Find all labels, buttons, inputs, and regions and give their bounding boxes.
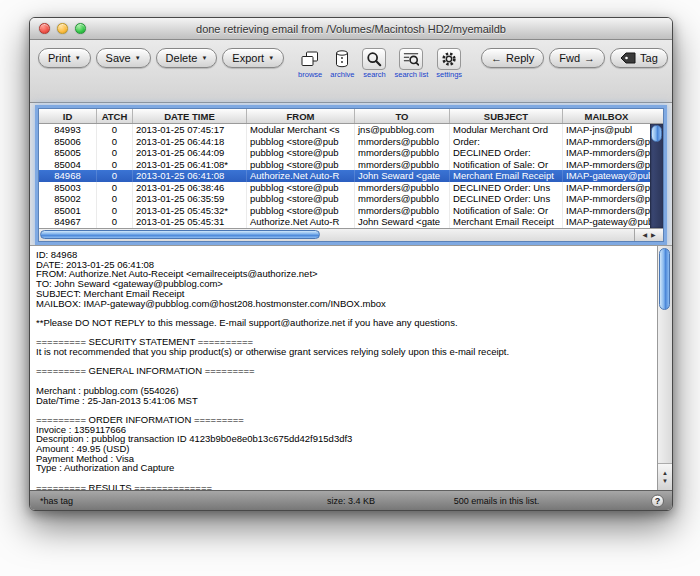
- save-button[interactable]: Save ▼: [96, 48, 151, 68]
- table-row-85001[interactable]: 8500102013-01-25 05:45:32*pubblog <store…: [39, 205, 650, 217]
- window-controls: [39, 23, 86, 34]
- table-horizontal-scrollbar[interactable]: [39, 228, 663, 241]
- scroll-down-arrow[interactable]: [662, 478, 668, 484]
- table-row-85004[interactable]: 8500402013-01-25 06:41:08*pubblog <store…: [39, 159, 650, 171]
- close-button[interactable]: [39, 23, 50, 34]
- reply-arrow-icon: ←: [491, 52, 502, 64]
- dropdown-arrow-icon: ▼: [75, 55, 81, 61]
- export-button[interactable]: Export ▼: [222, 48, 284, 68]
- message-scrollbar-thumb[interactable]: [659, 248, 670, 310]
- cell: 0: [97, 136, 133, 148]
- message-content[interactable]: ID: 84968 DATE: 2013-01-25 06:41:08 FROM…: [30, 246, 658, 490]
- cell: 0: [97, 170, 133, 182]
- table-rows: 8499302013-01-25 07:45:17Modular Merchan…: [39, 124, 650, 228]
- message-scrollbar[interactable]: [657, 246, 672, 490]
- delete-button[interactable]: Delete ▼: [156, 48, 218, 68]
- cell: 0: [97, 216, 133, 228]
- browse-button[interactable]: [298, 48, 322, 70]
- tag-button[interactable]: Tag: [610, 48, 668, 68]
- scroll-right-arrow[interactable]: [651, 232, 656, 238]
- cell: DECLINED Order: Uns: [450, 182, 563, 194]
- cell: IMAP-mmorders@publ: [563, 136, 650, 148]
- search-list-icon: [403, 51, 419, 67]
- cell: Modular Merchant <s: [247, 124, 355, 136]
- cell: John Seward <gate: [355, 170, 450, 182]
- forward-label: Fwd: [559, 52, 580, 64]
- cell: 85006: [39, 136, 97, 148]
- reply-label: Reply: [506, 52, 534, 64]
- column-header-atch[interactable]: ATCH: [97, 109, 133, 123]
- cell: 84968: [39, 170, 97, 182]
- print-label: Print: [48, 52, 71, 64]
- cell: 85001: [39, 205, 97, 217]
- search-icon: [366, 51, 382, 67]
- reply-button[interactable]: ← Reply: [481, 48, 544, 68]
- dropdown-arrow-icon: ▼: [268, 55, 274, 61]
- cell: 84967: [39, 216, 97, 228]
- cell: mmorders@pubblo: [355, 159, 450, 171]
- table-scrollbar-thumb[interactable]: [651, 125, 662, 142]
- cell: 0: [97, 205, 133, 217]
- cell: DECLINED Order:: [450, 147, 563, 159]
- cell: IMAP-mmorders@publ: [563, 147, 650, 159]
- column-header-to[interactable]: TO: [355, 109, 450, 123]
- cell: 2013-01-25 06:35:59: [133, 193, 247, 205]
- help-button[interactable]: ?: [651, 494, 664, 507]
- cell: mmorders@pubblo: [355, 193, 450, 205]
- delete-label: Delete: [166, 52, 198, 64]
- search-button[interactable]: [362, 48, 386, 70]
- forward-button[interactable]: Fwd →: [549, 48, 605, 68]
- table-row-85003[interactable]: 8500302013-01-25 06:38:46pubblog <store@…: [39, 182, 650, 194]
- cell: mmorders@pubblo: [355, 147, 450, 159]
- column-header-mailbox[interactable]: MAILBOX: [563, 109, 650, 123]
- cell: pubblog <store@pub: [247, 205, 355, 217]
- table-body: 8499302013-01-25 07:45:17Modular Merchan…: [39, 124, 663, 228]
- cell: Notification of Sale: Or: [450, 205, 563, 217]
- icon-toolbar: browse archive: [298, 48, 462, 79]
- cell: 2013-01-25 06:44:18: [133, 136, 247, 148]
- has-tag-note: *has tag: [40, 496, 73, 506]
- table-row-84993[interactable]: 8499302013-01-25 07:45:17Modular Merchan…: [39, 124, 650, 136]
- cell: pubblog <store@pub: [247, 147, 355, 159]
- forward-arrow-icon: →: [584, 52, 595, 64]
- cell: 85004: [39, 159, 97, 171]
- settings-button[interactable]: [437, 48, 461, 70]
- cell: IMAP-gateway@pubbl: [563, 170, 650, 182]
- table-row-85005[interactable]: 8500502013-01-25 06:44:09pubblog <store@…: [39, 147, 650, 159]
- cell: IMAP-gateway@publ: [563, 216, 650, 228]
- minimize-button[interactable]: [57, 23, 68, 34]
- table-row-84968[interactable]: 8496802013-01-25 06:41:08Authorize.Net A…: [39, 170, 650, 182]
- table-row-85002[interactable]: 8500202013-01-25 06:35:59pubblog <store@…: [39, 193, 650, 205]
- browse-label: browse: [298, 71, 322, 79]
- hscroll-arrows: [634, 229, 663, 241]
- table-row-85006[interactable]: 8500602013-01-25 06:44:18pubblog <store@…: [39, 136, 650, 148]
- column-header-subject[interactable]: SUBJECT: [450, 109, 563, 123]
- cell: Authorize.Net Auto-R: [247, 216, 355, 228]
- cell: 0: [97, 182, 133, 194]
- cell: Modular Merchant Ord: [450, 124, 563, 136]
- cell: 0: [97, 124, 133, 136]
- column-header-id[interactable]: ID: [39, 109, 97, 123]
- table-scrollbar[interactable]: [650, 124, 663, 228]
- cell: 0: [97, 159, 133, 171]
- table-row-84967[interactable]: 8496702013-01-25 05:45:31Authorize.Net A…: [39, 216, 650, 228]
- zoom-button[interactable]: [75, 23, 86, 34]
- column-header-date-time[interactable]: DATE TIME: [133, 109, 247, 123]
- column-header-from[interactable]: FROM: [247, 109, 355, 123]
- scroll-up-arrow[interactable]: [662, 470, 668, 476]
- table-header: IDATCHDATE TIMEFROMTOSUBJECTMAILBOX: [39, 109, 663, 124]
- search-list-button[interactable]: [399, 48, 423, 70]
- archive-button[interactable]: [330, 48, 354, 70]
- cell: 2013-01-25 07:45:17: [133, 124, 247, 136]
- app-window: done retrieving email from /Volumes/Maci…: [29, 17, 673, 511]
- cell: Merchant Email Receipt: [450, 216, 563, 228]
- cell: IMAP-jns@publ: [563, 124, 650, 136]
- scroll-left-arrow[interactable]: [642, 232, 647, 238]
- cell: mmorders@pubblo: [355, 205, 450, 217]
- toolbar: Print ▼ Save ▼ Delete ▼ Export ▼: [30, 40, 672, 103]
- print-button[interactable]: Print ▼: [38, 48, 91, 68]
- export-label: Export: [232, 52, 264, 64]
- table-hscroll-thumb[interactable]: [40, 230, 320, 239]
- titlebar[interactable]: done retrieving email from /Volumes/Maci…: [30, 18, 672, 40]
- cell: Authorize.Net Auto-R: [247, 170, 355, 182]
